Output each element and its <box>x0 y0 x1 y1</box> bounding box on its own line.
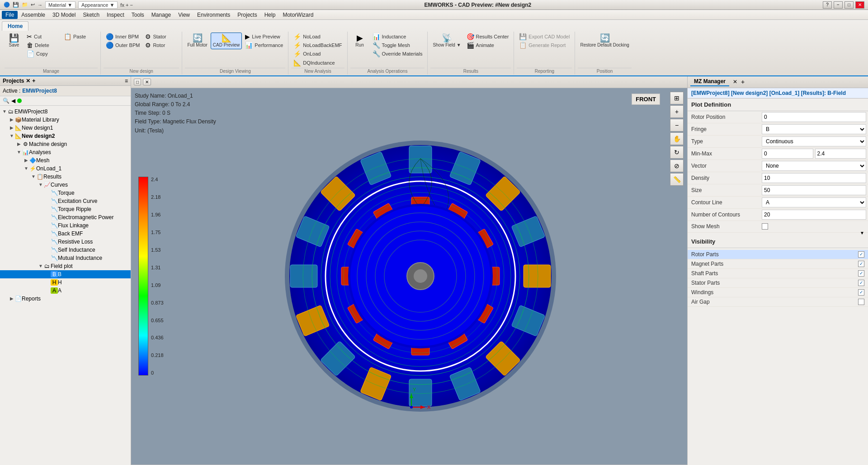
close-btn[interactable]: ✕ <box>855 1 864 9</box>
tree-item-self-inductance[interactable]: 📉 Self Inductance <box>0 246 131 254</box>
togglemesh-btn[interactable]: 🔧 Toggle Mesh <box>370 41 425 49</box>
tree-item-b-field[interactable]: B B <box>0 270 131 278</box>
projects-expand-btn[interactable]: + <box>32 78 35 84</box>
rotor-btn[interactable]: ⚙ Rotor <box>143 41 179 49</box>
cut-btn[interactable]: ✂ Cut <box>24 33 61 41</box>
measure-btn[interactable]: 📏 <box>670 173 684 186</box>
save-btn[interactable]: 💾 Save <box>5 33 24 49</box>
mz-manager-tab[interactable]: MZ Manager <box>690 77 729 86</box>
formula-bar[interactable]: fx + − <box>120 2 133 8</box>
density-value[interactable] <box>760 172 868 184</box>
rotate-btn[interactable]: ↻ <box>670 146 684 159</box>
tree-item-machine-design[interactable]: ▶ ⚙ Machine design <box>0 140 131 148</box>
section-btn[interactable]: ⊘ <box>670 160 684 172</box>
viewport-restore-btn[interactable]: □ <box>134 79 141 85</box>
menu-motorwizard[interactable]: MotorWizard <box>279 11 317 19</box>
max-input[interactable] <box>815 149 867 159</box>
sidebar-collapse-btn[interactable]: ≡ <box>125 78 128 84</box>
menu-assemble[interactable]: Assemble <box>18 11 49 19</box>
tree-item-material-library[interactable]: ▶ 📦 Material Library <box>0 116 131 124</box>
noloadbackemf-btn[interactable]: ⚡ NoLoadBackEMF <box>291 41 344 49</box>
dqinductance-btn[interactable]: 📐 DQInductance <box>291 59 344 67</box>
tree-item-torque[interactable]: 📉 Torque <box>0 189 131 197</box>
tree-item-emwproject8[interactable]: ▼ 🗂 EMWProject8 <box>0 108 131 116</box>
visibility-shaft-parts[interactable]: Shaft Parts <box>688 269 868 278</box>
visibility-magnet-parts[interactable]: Magnet Parts <box>688 259 868 269</box>
menu-file[interactable]: File <box>2 11 18 19</box>
appearance-dropdown[interactable]: Appearance ▼ <box>78 1 118 9</box>
tree-item-h-field[interactable]: H H <box>0 278 131 287</box>
inductance-btn[interactable]: 📊 Inductance <box>370 33 425 41</box>
size-input[interactable] <box>762 185 866 195</box>
tree-item-torque-ripple[interactable]: 📉 Torque Ripple <box>0 205 131 213</box>
tree-item-resistive-loss[interactable]: 📉 Resistive Loss <box>0 238 131 246</box>
tree-item-excitation[interactable]: 📉 Excitation Curve <box>0 197 131 205</box>
tree-item-mesh[interactable]: ▶ 🔷 Mesh <box>0 156 131 164</box>
pan-btn[interactable]: ✋ <box>670 132 684 145</box>
sidebar-tool1[interactable]: ◀ <box>11 98 15 104</box>
noload-btn[interactable]: ⚡ NoLoad <box>291 33 344 41</box>
tree-item-onload1[interactable]: ▼ ⚡ OnLoad_1 <box>0 164 131 173</box>
num-contours-input[interactable] <box>762 210 866 220</box>
overridematerials-btn[interactable]: 🔧 Override Materials <box>370 50 425 58</box>
zoom-fit-btn[interactable]: ⊞ <box>670 92 684 104</box>
menu-tools[interactable]: Tools <box>128 11 148 19</box>
minimize-btn[interactable]: − <box>834 1 843 9</box>
show-mesh-checkbox[interactable] <box>762 223 768 230</box>
expand-curves[interactable]: ▼ <box>38 182 43 187</box>
expand-material-library[interactable]: ▶ <box>9 117 14 122</box>
expand-mesh[interactable]: ▶ <box>24 158 29 163</box>
material-dropdown[interactable]: Material ▼ <box>45 1 75 9</box>
performance-btn[interactable]: 📊 Performance <box>243 41 285 49</box>
visibility-air-gap[interactable]: Air Gap <box>688 297 868 307</box>
stator-parts-checkbox[interactable] <box>858 280 864 286</box>
redo-btn[interactable]: → <box>38 2 42 8</box>
windings-checkbox[interactable] <box>858 289 864 296</box>
shaft-parts-checkbox[interactable] <box>858 270 864 277</box>
restore-docking-btn[interactable]: 🔄 Restore Default Docking <box>578 33 631 49</box>
contour-line-value[interactable]: ABNone <box>760 197 868 208</box>
expand-onload1[interactable]: ▼ <box>24 166 29 171</box>
fringe-value[interactable]: BAH <box>760 123 868 135</box>
zoom-out-btn[interactable]: − <box>670 119 684 132</box>
minmax-value[interactable] <box>760 148 868 160</box>
tree-item-flux-linkage[interactable]: 📉 Flux Linkage <box>0 221 131 230</box>
exportcad-btn[interactable]: 💾 Export CAD Model <box>517 33 572 41</box>
tree-item-curves[interactable]: ▼ 📈 Curves <box>0 181 131 189</box>
size-value[interactable] <box>760 184 868 196</box>
expand-results[interactable]: ▼ <box>31 174 36 179</box>
onload-btn[interactable]: ⚡ OnLoad <box>291 50 344 58</box>
expand-new-design2[interactable]: ▼ <box>9 133 14 138</box>
tree-item-new-design2[interactable]: ▼ 📐 New design2 <box>0 132 131 140</box>
menu-inspect[interactable]: Inspect <box>103 11 128 19</box>
fringe-select[interactable]: BAH <box>762 124 866 134</box>
tree-item-mutual-inductance[interactable]: 📉 Mutual Inductance <box>0 254 131 262</box>
tree-item-field-plot[interactable]: ▼ 🗂 Field plot <box>0 262 131 270</box>
resultscenter-btn[interactable]: 🎯 Results Center <box>464 33 511 41</box>
showfield-btn[interactable]: 📡 Show Field ▼ <box>430 33 463 49</box>
tree-item-a-field[interactable]: A A <box>0 287 131 295</box>
visibility-rotor-parts[interactable]: Rotor Parts <box>688 250 868 259</box>
undo-btn[interactable]: ↩ <box>31 2 35 8</box>
menu-sketch[interactable]: Sketch <box>79 11 103 19</box>
expand-emwproject8[interactable]: ▼ <box>2 109 7 114</box>
type-value[interactable]: ContinuousDiscrete <box>760 136 868 147</box>
search-icon[interactable]: 🔍 <box>3 98 9 104</box>
type-select[interactable]: ContinuousDiscrete <box>762 136 866 146</box>
projects-add-btn[interactable]: ✕ <box>26 78 30 84</box>
inner-bpm-btn[interactable]: 🔵 Inner BPM <box>104 33 142 41</box>
cad-preview-btn[interactable]: 📐 CAD Preview <box>211 33 242 49</box>
expand-field-plot[interactable]: ▼ <box>38 263 43 268</box>
generatereport-btn[interactable]: 📋 Generate Report <box>517 41 572 49</box>
copy-btn[interactable]: 📄 Copy <box>24 50 61 58</box>
tree-item-analyses[interactable]: ▼ 📊 Analyses <box>0 148 131 156</box>
tree-item-em-power[interactable]: 📉 Electromagnetic Power <box>0 213 131 221</box>
menu-view[interactable]: View <box>175 11 193 19</box>
delete-btn[interactable]: 🗑 Delete <box>24 41 61 49</box>
viewport-close-btn[interactable]: ✕ <box>143 79 151 85</box>
livepreview-btn[interactable]: ▶ Live Preview <box>243 33 285 41</box>
menu-manage[interactable]: Manage <box>148 11 175 19</box>
visibility-stator-parts[interactable]: Stator Parts <box>688 278 868 288</box>
fullmotor-btn[interactable]: 🔄 Full Motor <box>185 33 209 49</box>
menu-help[interactable]: Help <box>261 11 279 19</box>
